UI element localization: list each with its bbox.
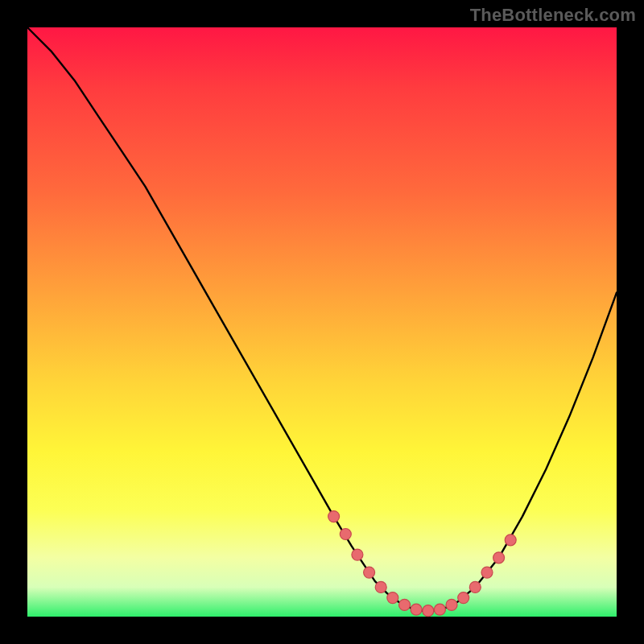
highlight-dot — [387, 592, 398, 604]
highlight-dot — [328, 511, 340, 522]
highlight-dot — [434, 604, 445, 615]
bottleneck-curve — [27, 27, 617, 611]
highlight-dot — [481, 567, 493, 578]
highlight-dot — [375, 581, 386, 592]
watermark-label: TheBottleneck.com — [470, 5, 636, 26]
highlight-dot — [399, 599, 411, 610]
highlight-dots-group — [328, 511, 517, 617]
highlight-dot — [469, 581, 481, 592]
highlight-dot — [493, 552, 505, 564]
highlight-dot — [364, 567, 375, 578]
highlight-dot — [411, 604, 422, 615]
highlight-dot — [458, 592, 469, 604]
highlight-dot — [352, 549, 363, 560]
highlight-dot — [423, 605, 434, 617]
highlight-dot — [505, 535, 516, 546]
highlight-dot — [446, 599, 457, 610]
highlight-dot — [340, 529, 351, 540]
chart-svg — [27, 27, 617, 617]
chart-frame: TheBottleneck.com — [0, 0, 644, 644]
